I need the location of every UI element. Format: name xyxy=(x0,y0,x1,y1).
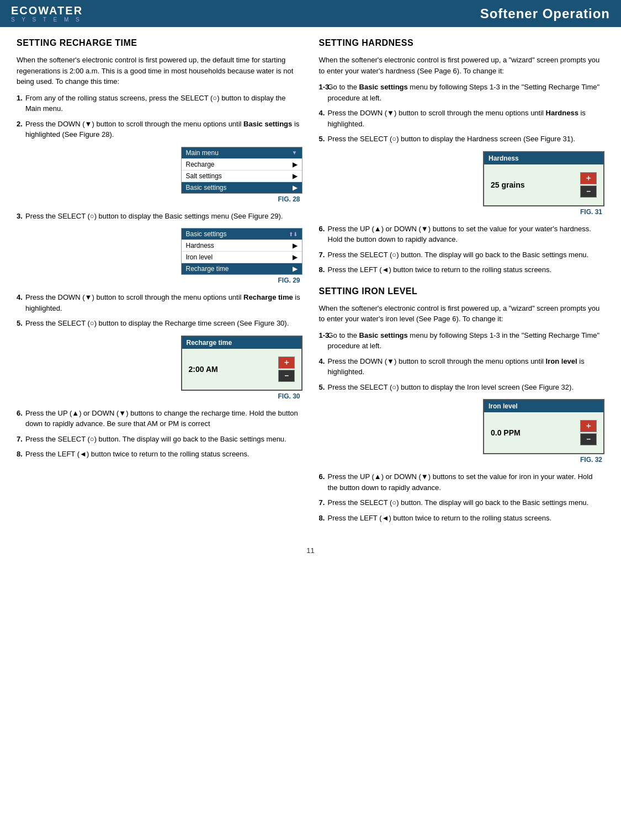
steps-list-6-8: 6. Press the UP (▲) or DOWN (▼) buttons … xyxy=(17,408,302,460)
fig-28-label: FIG. 28 xyxy=(278,195,302,203)
step-8-text: Press the LEFT (◄) button twice to retur… xyxy=(25,450,250,458)
hardness-step-8-text: Press the LEFT (◄) button twice to retur… xyxy=(328,265,552,274)
iron-section-title: SETTING IRON LEVEL xyxy=(319,286,605,296)
steps-list-1: 1. From any of the rolling status screen… xyxy=(17,93,302,140)
fig-29-row-hardness: Hardness▶ xyxy=(182,240,302,251)
fig-28-box: Main menu ▼ Recharge▶ Salt settings▶ Bas… xyxy=(181,147,302,194)
left-section-title: SETTING RECHARGE TIME xyxy=(17,38,302,48)
down-button-31[interactable]: － xyxy=(580,185,597,198)
iron-step-7: 7. Press the SELECT (○) button. The disp… xyxy=(319,497,605,508)
step-6-text: Press the UP (▲) or DOWN (▼) buttons to … xyxy=(25,409,298,428)
step-1: 1. From any of the rolling status screen… xyxy=(17,93,302,114)
hardness-step-5-text: Press the SELECT (○) button to display t… xyxy=(328,135,575,143)
page-footer: 11 xyxy=(0,541,621,560)
down-button[interactable]: － xyxy=(278,370,295,382)
steps-list-4-5: 4. Press the DOWN (▼) button to scroll t… xyxy=(17,292,302,329)
step-8: 8. Press the LEFT (◄) button twice to re… xyxy=(17,449,302,460)
fig-28-row-basic: Basic settings▶ xyxy=(182,182,302,193)
step-5: 5. Press the SELECT (○) button to displa… xyxy=(17,318,302,329)
hardness-step-7: 7. Press the SELECT (○) button. The disp… xyxy=(319,249,605,260)
fig-31-header: Hardness xyxy=(484,152,603,164)
fig-32-buttons: ＋ － xyxy=(580,420,597,445)
main-content: SETTING RECHARGE TIME When the softener'… xyxy=(0,27,621,541)
step-4: 4. Press the DOWN (▼) button to scroll t… xyxy=(17,292,302,313)
iron-step-6: 6. Press the UP (▲) or DOWN (▼) buttons … xyxy=(319,471,605,493)
hardness-steps-1-3: 1-3. Go to the Basic settings menu by fo… xyxy=(319,82,605,145)
hardness-step-4-text: Press the DOWN (▼) button to scroll thro… xyxy=(328,109,586,128)
step-4-text: Press the DOWN (▼) button to scroll thro… xyxy=(25,293,300,312)
iron-step-7-text: Press the SELECT (○) button. The display… xyxy=(328,498,589,507)
up-button[interactable]: ＋ xyxy=(278,357,295,369)
fig-30-buttons: ＋ － xyxy=(278,357,295,382)
iron-step-4: 4. Press the DOWN (▼) button to scroll t… xyxy=(319,356,605,378)
fig-30-container: Recharge time 2:00 AM ＋ － FIG. 30 xyxy=(17,336,302,400)
fig-32-container: Iron level 0.0 PPM ＋ － FIG. 32 xyxy=(319,399,605,464)
iron-step-5-text: Press the SELECT (○) button to display t… xyxy=(328,383,574,391)
hardness-step-1-3: 1-3. Go to the Basic settings menu by fo… xyxy=(319,82,605,103)
hardness-steps-6-8: 6. Press the UP (▲) or DOWN (▼) buttons … xyxy=(319,224,605,275)
page-title: Softener Operation xyxy=(480,6,610,22)
iron-step-8-text: Press the LEFT (◄) button twice to retur… xyxy=(328,514,552,522)
iron-step-1-3-text: Go to the Basic settings menu by followi… xyxy=(328,331,600,350)
fig-32-body: 0.0 PPM ＋ － xyxy=(484,412,603,453)
hardness-step-1-3-text: Go to the Basic settings menu by followi… xyxy=(328,83,600,102)
brand-systems: S Y S T E M S xyxy=(11,17,83,23)
step-3: 3. Press the SELECT (○) button to displa… xyxy=(17,211,302,222)
fig-31-body: 25 grains ＋ － xyxy=(484,164,603,205)
fig-31-value: 25 grains xyxy=(491,180,524,189)
step-6: 6. Press the UP (▲) or DOWN (▼) buttons … xyxy=(17,408,302,429)
fig-29-container: Basic settings ⬆⬇ Hardness▶ Iron level▶ … xyxy=(17,228,302,284)
iron-step-6-text: Press the UP (▲) or DOWN (▼) buttons to … xyxy=(328,472,593,492)
iron-step-1-3: 1-3. Go to the Basic settings menu by fo… xyxy=(319,330,605,352)
iron-section: SETTING IRON LEVEL When the softener's e… xyxy=(319,286,605,524)
fig-31-buttons: ＋ － xyxy=(580,172,597,198)
fig-30-screen: Recharge time 2:00 AM ＋ － xyxy=(181,336,302,391)
page-number: 11 xyxy=(306,546,314,555)
hardness-step-5: 5. Press the SELECT (○) button to displa… xyxy=(319,134,605,145)
up-button-31[interactable]: ＋ xyxy=(580,172,597,184)
iron-step-8: 8. Press the LEFT (◄) button twice to re… xyxy=(319,513,605,524)
step-5-text: Press the SELECT (○) button to display t… xyxy=(25,319,289,327)
step-2-text: Press the DOWN (▼) button to scroll thro… xyxy=(25,120,299,139)
fig-31-label: FIG. 31 xyxy=(580,208,604,216)
hardness-step-6: 6. Press the UP (▲) or DOWN (▼) buttons … xyxy=(319,224,605,245)
fig-30-value: 2:00 AM xyxy=(189,365,218,374)
step-1-text: From any of the rolling status screens, … xyxy=(25,94,286,113)
brand-logo: ECOWATER S Y S T E M S xyxy=(11,4,83,23)
iron-step-5: 5. Press the SELECT (○) button to displa… xyxy=(319,382,605,393)
hardness-step-7-text: Press the SELECT (○) button. The display… xyxy=(328,251,589,259)
left-intro: When the softener's electronic control i… xyxy=(17,55,302,87)
fig-28-row-recharge: Recharge▶ xyxy=(182,158,302,170)
hardness-step-8: 8. Press the LEFT (◄) button twice to re… xyxy=(319,264,605,275)
iron-steps-1-3: 1-3. Go to the Basic settings menu by fo… xyxy=(319,330,605,393)
iron-step-4-text: Press the DOWN (▼) button to scroll thro… xyxy=(328,357,585,376)
fig-29-header: Basic settings ⬆⬇ xyxy=(182,228,302,240)
fig-32-label: FIG. 32 xyxy=(580,456,604,464)
hardness-section-title: SETTING HARDNESS xyxy=(319,38,605,48)
fig-32-value: 0.0 PPM xyxy=(491,428,521,437)
fig-32-screen: Iron level 0.0 PPM ＋ － xyxy=(483,399,604,454)
fig-28-container: Main menu ▼ Recharge▶ Salt settings▶ Bas… xyxy=(17,147,302,203)
right-column: SETTING HARDNESS When the softener's ele… xyxy=(319,38,605,530)
up-button-32[interactable]: ＋ xyxy=(580,420,597,432)
brand-name: ECOWATER xyxy=(11,4,83,17)
page-header: ECOWATER S Y S T E M S Softener Operatio… xyxy=(0,0,621,27)
fig-30-label: FIG. 30 xyxy=(278,392,302,400)
down-button-32[interactable]: － xyxy=(580,433,597,445)
step-3-text: Press the SELECT (○) button to display t… xyxy=(25,212,283,220)
left-column: SETTING RECHARGE TIME When the softener'… xyxy=(17,38,302,530)
fig-32-header: Iron level xyxy=(484,400,603,412)
step-7: 7. Press the SELECT (○) button. The disp… xyxy=(17,434,302,445)
hardness-step-6-text: Press the UP (▲) or DOWN (▼) buttons to … xyxy=(328,225,591,244)
hardness-step-4: 4. Press the DOWN (▼) button to scroll t… xyxy=(319,108,605,129)
fig-30-header: Recharge time xyxy=(182,337,301,349)
fig-31-container: Hardness 25 grains ＋ － FIG. 31 xyxy=(319,151,605,216)
iron-steps-6-8: 6. Press the UP (▲) or DOWN (▼) buttons … xyxy=(319,471,605,523)
fig-28-header: Main menu ▼ xyxy=(182,147,302,158)
step-7-text: Press the SELECT (○) button. The display… xyxy=(25,435,286,443)
steps-list-3: 3. Press the SELECT (○) button to displa… xyxy=(17,211,302,222)
fig-30-body: 2:00 AM ＋ － xyxy=(182,349,301,390)
hardness-intro: When the softener's electronic control i… xyxy=(319,55,605,76)
iron-intro: When the softener's electronic control i… xyxy=(319,303,605,325)
fig-31-screen: Hardness 25 grains ＋ － xyxy=(483,151,604,206)
